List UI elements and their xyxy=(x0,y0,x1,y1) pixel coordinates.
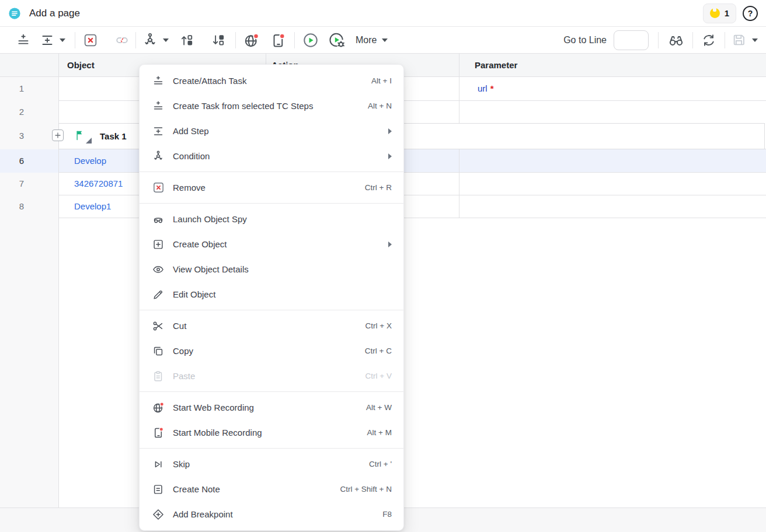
menu-item-label: Start Mobile Recording xyxy=(173,428,262,438)
unlink-button[interactable] xyxy=(113,30,131,50)
menu-item-shortcut: Ctrl + X xyxy=(365,321,392,330)
menu-divider xyxy=(140,391,403,392)
toolbar: More Go to Line xyxy=(0,27,766,54)
scissors-icon xyxy=(151,319,165,333)
credits-badge[interactable]: 1 xyxy=(703,4,736,23)
row-number[interactable]: 2 xyxy=(0,100,43,123)
menu-item-shortcut: Ctrl + V xyxy=(365,372,392,380)
menu-item-create-task-from-steps[interactable]: Create Task from selected TC Steps Alt +… xyxy=(140,93,403,118)
save-button[interactable] xyxy=(731,32,758,48)
add-step-caret-icon xyxy=(60,38,65,42)
move-step-down-button[interactable] xyxy=(210,30,227,50)
start-web-recording-button[interactable] xyxy=(243,30,260,50)
row-number[interactable]: 3 xyxy=(0,123,43,149)
menu-item-label: Condition xyxy=(173,151,210,161)
row-number[interactable]: 7 xyxy=(0,173,43,195)
save-icon xyxy=(731,32,747,48)
menu-item-add-breakpoint[interactable]: Add Breakpoint F8 xyxy=(140,502,403,527)
menu-item-edit-object[interactable]: Edit Object xyxy=(140,282,403,307)
menu-item-launch-object-spy[interactable]: Launch Object Spy xyxy=(140,206,403,232)
menu-item-shortcut: Ctrl + Shift + N xyxy=(340,485,392,494)
object-cell-link[interactable]: Develop xyxy=(74,149,106,173)
menu-item-cut[interactable]: Cut Ctrl + X xyxy=(140,313,403,338)
skip-icon xyxy=(151,457,165,471)
title-bar: Add a page 1 ? xyxy=(0,0,766,27)
menu-item-label: Edit Object xyxy=(173,289,215,299)
menu-item-shortcut: Ctrl + R xyxy=(365,183,392,192)
menu-item-label: Start Web Recording xyxy=(173,402,254,412)
column-border xyxy=(58,54,59,508)
create-task-from-steps-icon xyxy=(151,99,165,113)
menu-item-shortcut: Ctrl + C xyxy=(365,346,392,355)
move-down-icon xyxy=(211,33,226,48)
more-label: More xyxy=(356,35,377,46)
start-mobile-recording-button[interactable] xyxy=(270,30,287,50)
condition-caret-icon xyxy=(163,38,169,42)
parameter-cell-url[interactable]: url* xyxy=(478,76,494,100)
menu-divider xyxy=(140,172,403,172)
menu-item-label: View Object Details xyxy=(173,264,249,274)
debug-run-button[interactable] xyxy=(328,30,346,50)
object-cell-link[interactable]: 3426720871 xyxy=(74,173,123,195)
collapse-handle-icon[interactable] xyxy=(86,138,92,144)
create-attach-task-button[interactable] xyxy=(15,30,32,50)
remove-icon xyxy=(151,181,165,195)
condition-icon xyxy=(151,149,165,163)
menu-divider xyxy=(140,310,403,310)
menu-item-shortcut: Alt + M xyxy=(367,428,392,437)
expand-task-button[interactable] xyxy=(52,130,64,141)
object-spy-icon xyxy=(151,212,165,226)
web-recording-icon xyxy=(151,401,165,415)
toolbar-divider xyxy=(294,32,295,48)
menu-item-add-step[interactable]: Add Step xyxy=(140,118,403,144)
copy-icon xyxy=(151,344,165,358)
menu-item-label: Add Breakpoint xyxy=(173,509,233,519)
menu-item-label: Paste xyxy=(173,371,195,381)
menu-item-remove[interactable]: Remove Ctrl + R xyxy=(140,175,403,200)
row-number-selected[interactable]: 6 xyxy=(0,149,43,173)
plus-icon xyxy=(54,132,61,139)
menu-item-label: Copy xyxy=(173,346,193,356)
menu-divider xyxy=(140,448,403,449)
binoculars-icon xyxy=(667,32,685,49)
menu-item-shortcut: Alt + I xyxy=(371,76,392,85)
parameter-name: url xyxy=(478,83,488,93)
menu-item-paste[interactable]: Paste Ctrl + V xyxy=(140,363,403,388)
remove-button[interactable] xyxy=(82,30,99,50)
column-header-object[interactable]: Object xyxy=(67,54,95,76)
run-button[interactable] xyxy=(302,30,319,50)
menu-divider xyxy=(140,203,403,204)
help-button[interactable]: ? xyxy=(743,6,758,21)
menu-item-label: Skip xyxy=(173,459,190,469)
condition-button[interactable] xyxy=(142,32,169,48)
toolbar-divider xyxy=(692,32,693,48)
menu-item-create-attach-task[interactable]: Create/Attach Task Alt + I xyxy=(140,68,403,93)
row-number[interactable]: 8 xyxy=(0,195,43,218)
web-recording-icon xyxy=(243,32,260,49)
more-menu-button[interactable]: More xyxy=(356,35,388,46)
menu-item-start-web-recording[interactable]: Start Web Recording Alt + W xyxy=(140,395,403,420)
row-number[interactable]: 1 xyxy=(0,76,43,100)
find-button[interactable] xyxy=(667,30,685,50)
submenu-arrow-icon xyxy=(388,242,392,247)
create-object-icon xyxy=(151,237,165,251)
create-attach-task-icon xyxy=(16,33,31,48)
note-icon xyxy=(151,482,165,496)
goto-line-input[interactable] xyxy=(614,30,649,50)
menu-item-copy[interactable]: Copy Ctrl + C xyxy=(140,338,403,363)
condition-icon xyxy=(142,32,158,48)
add-step-icon xyxy=(40,33,55,48)
menu-item-start-mobile-recording[interactable]: Start Mobile Recording Alt + M xyxy=(140,420,403,445)
add-step-button[interactable] xyxy=(40,33,65,48)
menu-item-create-object[interactable]: Create Object xyxy=(140,232,403,257)
menu-item-condition[interactable]: Condition xyxy=(140,144,403,169)
refresh-button[interactable] xyxy=(700,30,718,50)
move-step-up-button[interactable] xyxy=(178,30,196,50)
menu-item-view-object-details[interactable]: View Object Details xyxy=(140,257,403,282)
column-header-parameter[interactable]: Parameter xyxy=(475,54,517,76)
menu-item-create-note[interactable]: Create Note Ctrl + Shift + N xyxy=(140,477,403,502)
submenu-arrow-icon xyxy=(388,153,392,159)
object-cell-link[interactable]: Develop1 xyxy=(74,195,111,218)
page-icon xyxy=(8,7,21,20)
menu-item-skip[interactable]: Skip Ctrl + ' xyxy=(140,452,403,477)
